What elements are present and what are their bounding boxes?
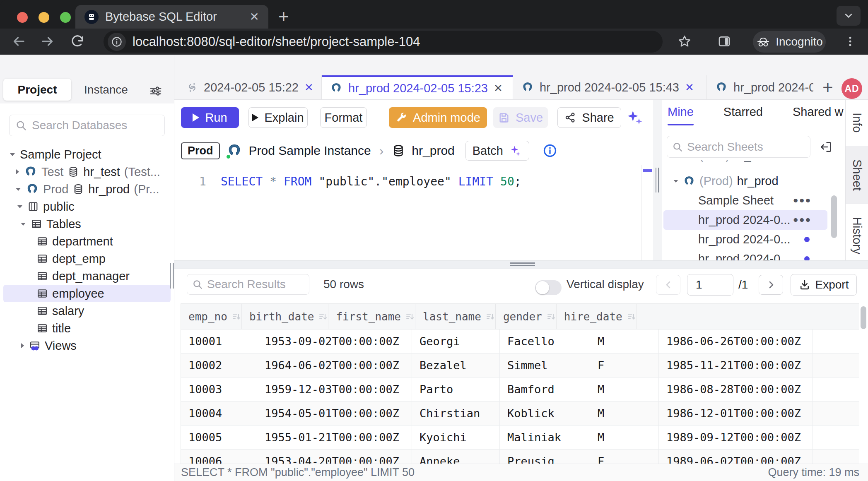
sort-icon[interactable]: [405, 312, 415, 322]
new-browser-tab-button[interactable]: +: [278, 8, 289, 25]
sheet-group[interactable]: (Prod) hr_prod: [662, 171, 845, 191]
format-button[interactable]: Format: [320, 107, 367, 128]
sort-icon[interactable]: [546, 312, 556, 322]
sidebar-resize-handle[interactable]: [170, 263, 174, 289]
column-header[interactable]: hire_date: [557, 304, 637, 329]
reload-button[interactable]: [68, 32, 87, 51]
tree-node-project[interactable]: Sample Project: [0, 146, 174, 163]
bookmark-button[interactable]: [675, 32, 694, 51]
address-bar[interactable]: localhost:8080/sql-editor/sheet/project-…: [104, 31, 663, 53]
tab-search-chevron-button[interactable]: [837, 6, 861, 26]
table-row[interactable]: 10002 1964-06-02T00:00:00Z Bezalel Simme…: [181, 354, 859, 378]
window-minimize-button[interactable]: [39, 12, 49, 23]
tree-node-tables-group[interactable]: Tables: [0, 215, 174, 233]
results-search[interactable]: [187, 274, 309, 295]
run-button[interactable]: Run: [181, 107, 239, 128]
tree-node-table[interactable]: title: [0, 320, 174, 337]
database-search[interactable]: [9, 115, 165, 136]
tab-info[interactable]: Info: [846, 100, 868, 146]
side-panel-button[interactable]: [715, 32, 734, 51]
new-sheet-button[interactable]: +: [813, 75, 842, 99]
tab-project[interactable]: Project: [3, 79, 71, 101]
caret-down-icon[interactable]: [17, 204, 23, 209]
prev-page-button[interactable]: [656, 275, 680, 295]
window-zoom-button[interactable]: [60, 12, 71, 23]
table-row[interactable]: 10005 1955-01-21T00:00:00Z Kyoichi Malin…: [181, 426, 859, 450]
export-button[interactable]: Export: [791, 274, 857, 296]
explain-button[interactable]: Explain: [248, 107, 308, 128]
caret-right-icon[interactable]: [15, 168, 20, 175]
editor-panel-resize-handle[interactable]: [653, 100, 662, 261]
close-icon[interactable]: ✕: [685, 81, 694, 94]
tree-node-prod-db[interactable]: Prod hr_prod (Pr...: [0, 180, 174, 198]
browser-tab[interactable]: Bytebase SQL Editor ✕: [75, 5, 268, 29]
tree-node-views-group[interactable]: Views: [0, 337, 174, 354]
caret-right-icon[interactable]: [20, 342, 25, 349]
tree-node-schema[interactable]: public: [0, 198, 174, 215]
caret-down-icon[interactable]: [15, 187, 22, 192]
ellipsis-menu-icon[interactable]: •••: [793, 192, 812, 209]
sheet-tab-1[interactable]: 2024-02-05 15:22 ✕: [178, 75, 322, 99]
forward-button[interactable]: [38, 32, 57, 51]
results-resize-handle[interactable]: [174, 260, 868, 269]
database-search-input[interactable]: [32, 119, 159, 132]
tree-node-table[interactable]: department: [0, 233, 174, 250]
tree-node-table[interactable]: dept_emp: [0, 250, 174, 267]
tab-shared[interactable]: Shared w: [793, 105, 844, 125]
connection-info-button[interactable]: [542, 143, 557, 158]
sheet-group-clipped[interactable]: (Test) hr_test: [662, 160, 845, 166]
sheet-tab-3[interactable]: hr_prod 2024-02-05 15:43 ✕: [513, 75, 707, 99]
collapse-panel-icon[interactable]: [819, 140, 832, 154]
caret-down-icon[interactable]: [9, 152, 16, 157]
table-row[interactable]: 10001 1953-09-02T00:00:00Z Georgi Facell…: [181, 329, 859, 354]
column-header[interactable]: gender: [496, 304, 557, 329]
user-avatar[interactable]: AD: [841, 78, 862, 99]
sheet-search-input[interactable]: [687, 140, 805, 154]
caret-down-icon[interactable]: [673, 179, 679, 183]
database-name[interactable]: hr_prod: [412, 144, 454, 158]
filter-button[interactable]: [148, 84, 163, 98]
tree-node-table[interactable]: salary: [0, 302, 174, 320]
tree-node-table[interactable]: employee: [3, 285, 171, 302]
close-icon[interactable]: ✕: [494, 82, 503, 95]
results-scrollbar[interactable]: [861, 306, 866, 329]
instance-name[interactable]: Prod Sample Instance: [249, 144, 371, 158]
column-header[interactable]: first_name: [328, 304, 415, 329]
tab-sheet[interactable]: Sheet: [846, 146, 868, 204]
tree-node-test-db[interactable]: Test hr_test (Test...: [0, 163, 174, 180]
tab-history[interactable]: History: [846, 204, 868, 267]
back-button[interactable]: [9, 32, 28, 51]
column-header[interactable]: last_name: [415, 304, 496, 329]
sheet-item[interactable]: Sample Sheet •••: [662, 191, 845, 210]
sql-editor[interactable]: 1 SELECT*FROM"public"."employee"LIMIT50;: [174, 165, 641, 261]
vertical-display-toggle[interactable]: [535, 280, 562, 295]
sheet-item-selected[interactable]: hr_prod 2024-0... •••: [663, 210, 827, 230]
ai-sparkle-icon[interactable]: [625, 108, 644, 127]
table-row[interactable]: 10004 1954-05-01T00:00:00Z Chirstian Kob…: [181, 402, 859, 426]
sheet-search[interactable]: [667, 136, 810, 158]
tab-starred[interactable]: Starred: [723, 105, 763, 125]
sheet-tab-2-active[interactable]: hr_prod 2024-02-05 15:23 ✕: [322, 75, 513, 99]
table-row[interactable]: 10006 1953-04-20T00:00:00Z Anneke Preusi…: [181, 450, 859, 464]
table-row[interactable]: 10003 1959-12-03T00:00:00Z Parto Bamford…: [181, 378, 859, 402]
sheet-tab-4[interactable]: hr_prod 2024-0: [707, 75, 813, 99]
column-header[interactable]: birth_date: [242, 304, 329, 329]
browser-menu-button[interactable]: [841, 32, 860, 51]
tree-node-table[interactable]: dept_manager: [0, 267, 174, 285]
site-info-button[interactable]: [108, 33, 126, 51]
sheet-item[interactable]: hr_prod 2024-0...: [662, 230, 845, 249]
caret-down-icon[interactable]: [20, 221, 27, 226]
tab-instance[interactable]: Instance: [81, 79, 131, 101]
sheet-list-scrollbar[interactable]: [831, 195, 837, 238]
sort-icon[interactable]: [627, 312, 637, 322]
sort-icon[interactable]: [231, 312, 241, 322]
sort-icon[interactable]: [485, 312, 495, 322]
sort-icon[interactable]: [318, 312, 328, 322]
next-page-button[interactable]: [759, 275, 783, 295]
window-close-button[interactable]: [17, 12, 28, 23]
batch-button[interactable]: Batch: [465, 141, 529, 161]
admin-mode-button[interactable]: Admin mode: [389, 107, 487, 128]
page-number-input[interactable]: [687, 274, 733, 296]
tab-mine[interactable]: Mine: [668, 105, 694, 125]
share-button[interactable]: Share: [557, 107, 621, 128]
